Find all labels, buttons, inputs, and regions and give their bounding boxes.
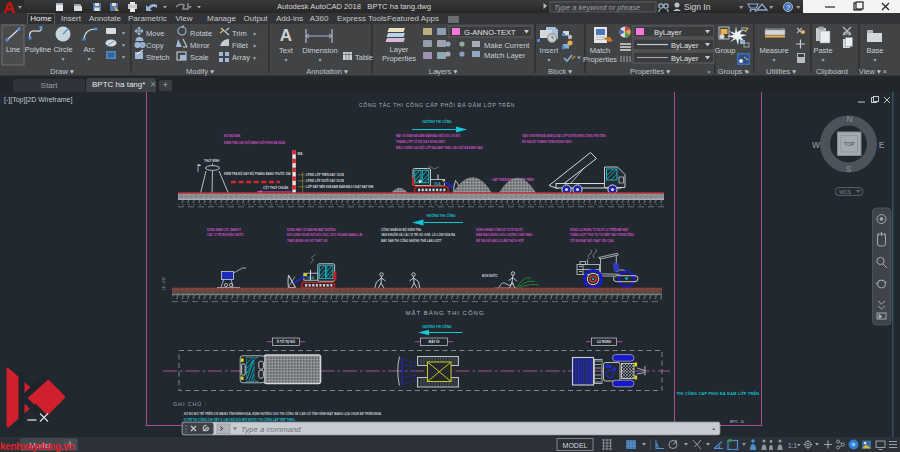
svg-text:Type a command: Type a command xyxy=(241,425,301,434)
svg-text:LỚP ĐẤT NỀN K98 ĐẦM ĐẢM BẢO CH: LỚP ĐẤT NỀN K98 ĐẦM ĐẢM BẢO CHẶT ĐẠT K98 xyxy=(306,184,374,189)
svg-text:Scale: Scale xyxy=(190,53,209,62)
svg-text:▾: ▾ xyxy=(772,57,775,63)
svg-text:[-][Top][2D Wireframe]: [-][Top][2D Wireframe] xyxy=(4,96,73,104)
svg-text:TOP: TOP xyxy=(844,141,855,147)
svg-text:CÔNG TÁC THI CÔNG CẤP PHỐI ĐÁ: CÔNG TÁC THI CÔNG CẤP PHỐI ĐÁ DĂM LỚP TR… xyxy=(359,101,515,108)
svg-text:Move: Move xyxy=(146,29,164,38)
svg-text:CÔNG NHÂN ĐI BỘ KIỂM TRA: CÔNG NHÂN ĐI BỘ KIỂM TRA xyxy=(381,227,421,232)
svg-text:1:1: 1:1 xyxy=(788,442,797,449)
svg-text:TUÂN LƯỢT THỨ TỰ TỪ MÉP VÀO TI: TUÂN LƯỢT THỨ TỰ TỪ MÉP VÀO TIM ĐƯỜNG xyxy=(570,232,634,237)
svg-text:ByLayer: ByLayer xyxy=(671,41,699,50)
svg-text:MÁY SAN THI CÔNG NHỮNG THỂ LẦN: MÁY SAN THI CÔNG NHỮNG THỂ LẦN LƯỢT xyxy=(381,238,442,243)
svg-text:WCS: WCS xyxy=(839,189,851,195)
svg-text:MODEL: MODEL xyxy=(563,442,588,449)
svg-text:- SƠ ĐỒ BỐ TRÍ TRÊN CHỈ MANG T: - SƠ ĐỒ BỐ TRÍ TRÊN CHỈ MANG TÍNH MINH H… xyxy=(182,411,382,416)
svg-text:▾: ▾ xyxy=(253,31,256,37)
svg-text:HƯỚNG THI CÔNG: HƯỚNG THI CÔNG xyxy=(423,119,452,124)
svg-text:▾: ▾ xyxy=(284,57,287,63)
svg-text:Make Current: Make Current xyxy=(484,41,530,50)
svg-text:W: W xyxy=(812,140,821,150)
svg-text:CPĐD LỚP DƯỚI DÀY 30CM: CPĐD LỚP DƯỚI DÀY 30CM xyxy=(306,178,344,183)
svg-text:MÁY ỦI: MÁY ỦI xyxy=(429,339,440,344)
svg-text:THI CÔNG CẤP PHỐI ĐÁ DĂM LỚP T: THI CÔNG CẤP PHỐI ĐÁ DĂM LỚP TRÊN xyxy=(677,391,759,396)
svg-text:Copy: Copy xyxy=(146,41,164,50)
svg-text:Layer: Layer xyxy=(390,45,409,54)
svg-text:S: S xyxy=(846,164,852,174)
svg-text:A: A xyxy=(280,26,292,45)
svg-text:HƯỚNG THI CÔNG: HƯỚNG THI CÔNG xyxy=(423,324,452,329)
svg-text:View ▾ ×: View ▾ × xyxy=(859,67,887,76)
svg-text:▾: ▾ xyxy=(253,43,256,49)
svg-text:ĐỔ ĐÁ ĐỔ THÀNH TỪNG ĐỐNG NHỎ: ĐỔ ĐÁ ĐỔ THÀNH TỪNG ĐỐNG NHỎ xyxy=(522,139,573,144)
svg-text:DÙNG MÁY ỦI SAN RA MẶT ĐƯỜNG: DÙNG MÁY ỦI SAN RA MẶT ĐƯỜNG xyxy=(287,227,336,232)
svg-text:Trim: Trim xyxy=(232,29,247,38)
svg-text:DÙNG LU RUNG TỪ M-ST LU TRÊN B: DÙNG LU RUNG TỪ M-ST LU TRÊN BỀ MẶT xyxy=(570,227,629,232)
svg-text:×: × xyxy=(746,69,750,75)
svg-text:MIA: MIA xyxy=(298,152,303,156)
svg-text:Line: Line xyxy=(6,45,20,54)
svg-text:HƯỚNG THI CÔNG: HƯỚNG THI CÔNG xyxy=(427,213,456,218)
svg-text:Dimension: Dimension xyxy=(302,46,337,55)
svg-text:THÀNH LỚP CÓ ĐỘ DÀY ĐỒNG ĐỀU: THÀNH LỚP CÓ ĐỘ DÀY ĐỒNG ĐỀU xyxy=(396,139,445,144)
svg-text:GHI CHÚ :: GHI CHÚ : xyxy=(173,401,207,407)
svg-text:Layers ▾: Layers ▾ xyxy=(429,67,458,76)
svg-text:V5A: V5A xyxy=(308,276,315,280)
svg-text:CÁC VỊ TRÍ BỊ ĐỌNG NƯỚC: CÁC VỊ TRÍ BỊ ĐỌNG NƯỚC xyxy=(207,232,244,237)
svg-text:×: × xyxy=(435,69,439,75)
svg-text:Type a keyword or phrase: Type a keyword or phrase xyxy=(554,3,640,12)
svg-text:Properties: Properties xyxy=(382,54,416,63)
svg-text:Arc: Arc xyxy=(83,45,95,54)
svg-text:×: × xyxy=(707,69,711,75)
svg-text:Block ▾: Block ▾ xyxy=(548,67,572,76)
svg-text:Stretch: Stretch xyxy=(146,53,170,62)
svg-text:VẬN CHUYỂN ĐÁ DĂM (LOẠI LỚP DƯ: VẬN CHUYỂN ĐÁ DĂM (LOẠI LỚP DƯỚI) ĐẾN CÔ… xyxy=(522,133,606,138)
svg-text:V5A: V5A xyxy=(434,182,441,186)
svg-text:ĐỐI CHIẾU NGAY ĐỘ DỐC DỌC, DỐC: ĐỐI CHIẾU NGAY ĐỘ DỐC DỌC, DỐC NGANG BẰN… xyxy=(287,232,362,237)
svg-text:Paste: Paste xyxy=(813,46,832,55)
svg-text:Match Layer: Match Layer xyxy=(484,51,526,60)
svg-text:Base: Base xyxy=(866,46,883,55)
svg-text:LU RUNG: LU RUNG xyxy=(597,340,612,344)
svg-text:THEO ĐÚNG HỒ SƠ THIẾT KẾ: THEO ĐÚNG HỒ SƠ THIẾT KẾ xyxy=(287,238,327,243)
svg-text:kenhxaydung.vn: kenhxaydung.vn xyxy=(0,441,74,452)
svg-text:DÙNG NHÂN CÔNG ĐI TƯỚI NƯỚC: DÙNG NHÂN CÔNG ĐI TƯỚI NƯỚC xyxy=(476,227,523,232)
svg-text:Measure: Measure xyxy=(759,46,788,55)
svg-text:Sign In: Sign In xyxy=(684,2,711,12)
svg-text:DÙNG ĐẦM CÓC ĐẦM KỸ: DÙNG ĐẦM CÓC ĐẦM KỸ xyxy=(207,227,241,232)
svg-text:Properties: Properties xyxy=(583,55,617,64)
svg-text:▾: ▾ xyxy=(87,56,90,62)
svg-text:Annotation ▾: Annotation ▾ xyxy=(306,67,348,76)
svg-text:ĐỂ TẠO ĐỘ ẨM LU LÈN THÍCH HỢP: ĐỂ TẠO ĐỘ ẨM LU LÈN THÍCH HỢP xyxy=(476,238,524,243)
svg-text:MẶT BẰNG THI CÔNG: MẶT BẰNG THI CÔNG xyxy=(405,309,484,316)
svg-text:Fillet: Fillet xyxy=(232,41,249,50)
svg-text:Utilities ▾: Utilities ▾ xyxy=(766,67,796,76)
svg-text:Draw ▾: Draw ▾ xyxy=(50,67,74,76)
svg-text:▾: ▾ xyxy=(547,57,550,63)
svg-text:▾: ▾ xyxy=(318,57,321,63)
svg-text:CỘT THUỶ CHUẨN: CỘT THUỶ CHUẨN xyxy=(263,185,288,190)
svg-text:Insert: Insert xyxy=(540,46,560,55)
svg-text:Group: Group xyxy=(715,46,736,55)
svg-text:Groups ▾: Groups ▾ xyxy=(718,67,749,76)
svg-text:G-ANNO-TEXT: G-ANNO-TEXT xyxy=(464,28,516,37)
svg-text:ByLayer: ByLayer xyxy=(654,28,682,37)
svg-text:KM 1+0.00: KM 1+0.00 xyxy=(162,277,166,290)
svg-text:Modify ▾: Modify ▾ xyxy=(186,67,214,76)
svg-text:Rotate: Rotate xyxy=(190,29,212,38)
svg-text:VÁN KHUÔN VÀ CÁC VỊ TRÍ GỒ GHỀ: VÁN KHUÔN VÀ CÁC VỊ TRÍ GỒ GHỀ, LỒI LÕM … xyxy=(381,232,455,237)
svg-text:▾: ▾ xyxy=(821,57,824,63)
svg-text:▾: ▾ xyxy=(122,42,125,48)
svg-text:KIỂM TRA CAO ĐỘ RANH GIỚI PHỐI: KIỂM TRA CAO ĐỘ RANH GIỚI PHỐI ĐÁ DĂM xyxy=(224,140,285,145)
svg-text:N: N xyxy=(846,114,852,124)
svg-text:▾: ▾ xyxy=(122,54,125,60)
svg-text:Text: Text xyxy=(279,46,294,55)
svg-text:Ô TÔ TỰ ĐỔ: Ô TÔ TỰ ĐỔ xyxy=(277,339,296,344)
svg-text:Polyline: Polyline xyxy=(25,45,51,54)
svg-text:Mirror: Mirror xyxy=(190,41,210,50)
svg-text:ĐIỀU CHỈNH CAO ĐỘ LỚP ĐÁ DĂM T: ĐIỀU CHỈNH CAO ĐỘ LỚP ĐÁ DĂM THEO CAO ĐỘ… xyxy=(396,145,483,150)
svg-text:E: E xyxy=(879,140,885,150)
svg-text:BỒN NƯỚC: BỒN NƯỚC xyxy=(482,273,498,278)
svg-text:Array: Array xyxy=(232,53,250,62)
svg-text:Match: Match xyxy=(590,46,610,55)
svg-text:ĐẢM BẢO ĐÚNG LƯU LƯỢNG CHẢY MÀ: ĐẢM BẢO ĐÚNG LƯU LƯỢNG CHẢY MÀU xyxy=(476,232,532,237)
